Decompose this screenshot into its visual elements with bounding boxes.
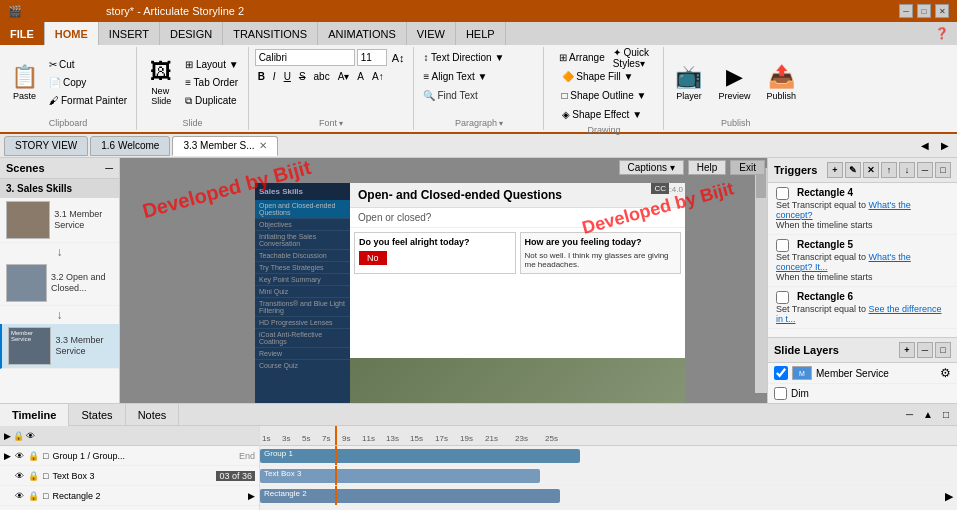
layer-expand[interactable]: □ xyxy=(935,342,951,358)
row-1-expand[interactable]: ▶ xyxy=(4,451,11,461)
timeline-tab-notes[interactable]: Notes xyxy=(126,404,180,426)
underline-button[interactable]: U xyxy=(281,68,294,85)
italic-button[interactable]: I xyxy=(270,68,279,85)
scene-item-3-3[interactable]: Member Service 3.3 Member Service xyxy=(0,324,119,369)
text-case-button[interactable]: abc xyxy=(311,68,333,85)
arrange-button[interactable]: ⊞ Arrange xyxy=(556,49,608,66)
nav-item-5[interactable]: Key Point Summary xyxy=(255,274,350,286)
trigger-add-button[interactable]: + xyxy=(827,162,843,178)
triggers-expand[interactable]: □ xyxy=(935,162,951,178)
nav-item-4[interactable]: Try These Strategies xyxy=(255,262,350,274)
nav-item-11[interactable]: Course Quiz xyxy=(255,360,350,371)
scene-item-3-2[interactable]: 3.2 Open and Closed... xyxy=(0,261,119,306)
tab-nav-next[interactable]: ▶ xyxy=(937,138,953,153)
duplicate-button[interactable]: ⧉ Duplicate xyxy=(182,92,241,109)
trigger-down-button[interactable]: ↓ xyxy=(899,162,915,178)
shape-outline-button[interactable]: □ Shape Outline ▼ xyxy=(559,87,650,104)
help-slide-button[interactable]: Help xyxy=(688,160,727,175)
tab-close-icon[interactable]: ✕ xyxy=(259,140,267,151)
layer-add-button[interactable]: + xyxy=(899,342,915,358)
trigger-checkbox-3[interactable] xyxy=(776,291,789,304)
trigger-delete-button[interactable]: ✕ xyxy=(863,162,879,178)
tab-home[interactable]: HOME xyxy=(45,22,99,45)
layer-checkbox-1[interactable] xyxy=(774,366,788,380)
help-icon[interactable]: ❓ xyxy=(935,22,957,45)
text-direction-button[interactable]: ↕ Text Direction ▼ xyxy=(420,49,507,66)
timeline-tab-timeline[interactable]: Timeline xyxy=(0,404,69,426)
nav-item-6[interactable]: Mini Quiz xyxy=(255,286,350,298)
nav-item-9[interactable]: iCoat Anti-Reflective Coatings xyxy=(255,329,350,348)
shape-fill-button[interactable]: 🔶 Shape Fill ▼ xyxy=(559,68,650,85)
track-ruler: 1s 3s 5s 7s 9s 11s 13s 15s 17s 19s 21s 2… xyxy=(260,426,957,446)
tab-story-view[interactable]: STORY VIEW xyxy=(4,136,88,156)
font-size-up-button[interactable]: A↑ xyxy=(369,68,387,85)
bold-button[interactable]: B xyxy=(255,68,268,85)
publish-button[interactable]: 📤 Publish xyxy=(761,62,801,103)
timeline-tab-states[interactable]: States xyxy=(69,404,125,426)
cut-button[interactable]: ✂ Cut xyxy=(46,56,130,73)
playhead-3 xyxy=(335,486,337,505)
exit-button[interactable]: Exit xyxy=(730,160,765,175)
ribbon-group-slide: 🖼 NewSlide ⊞ Layout ▼ ≡ Tab Order ⧉ Dupl… xyxy=(137,47,248,130)
tab-help[interactable]: HELP xyxy=(456,22,506,45)
trigger-edit-button[interactable]: ✎ xyxy=(845,162,861,178)
trigger-checkbox-2[interactable] xyxy=(776,239,789,252)
format-painter-button[interactable]: 🖌 Format Painter xyxy=(46,92,130,109)
tab-welcome[interactable]: 1.6 Welcome xyxy=(90,136,170,156)
playhead[interactable] xyxy=(335,426,337,445)
nav-item-selected[interactable]: Open and Closed-ended Questions xyxy=(255,200,350,219)
nav-item-1[interactable]: Objectives xyxy=(255,219,350,231)
layout-button[interactable]: ⊞ Layout ▼ xyxy=(182,56,241,73)
tab-insert[interactable]: INSERT xyxy=(99,22,160,45)
quick-styles-button[interactable]: ✦ QuickStyles▾ xyxy=(610,49,652,66)
layer-collapse[interactable]: ─ xyxy=(917,342,933,358)
find-text-button[interactable]: 🔍 Find Text xyxy=(420,87,480,104)
timeline-zoom-out[interactable]: ─ xyxy=(902,408,917,421)
font-name-input[interactable] xyxy=(255,49,355,66)
nav-item-8[interactable]: HD Progressive Lenses xyxy=(255,317,350,329)
tab-animations[interactable]: ANIMATIONS xyxy=(318,22,407,45)
close-button[interactable]: ✕ xyxy=(935,4,949,18)
nav-item-3[interactable]: Teachable Discussion xyxy=(255,250,350,262)
align-text-button[interactable]: ≡ Align Text ▼ xyxy=(420,68,490,85)
layer-tools: + ─ □ xyxy=(899,342,951,358)
font-color-button[interactable]: A▾ xyxy=(335,68,353,85)
font-highlight-button[interactable]: A xyxy=(354,68,367,85)
triggers-collapse[interactable]: ─ xyxy=(917,162,933,178)
tab-member-service[interactable]: 3.3 Member S... ✕ xyxy=(172,136,277,156)
scene-label-3: 3. Sales Skills xyxy=(0,179,119,198)
nav-item-2[interactable]: Initiating the Sales Conversation xyxy=(255,231,350,250)
paste-button[interactable]: 📋 Paste xyxy=(6,62,43,103)
scene-item-3-1[interactable]: 3.1 Member Service xyxy=(0,198,119,243)
dim-checkbox[interactable] xyxy=(774,387,787,400)
strikethrough-button[interactable]: S xyxy=(296,68,309,85)
tab-nav-prev[interactable]: ◀ xyxy=(917,138,933,153)
tab-transitions[interactable]: TRANSITIONS xyxy=(223,22,318,45)
player-button[interactable]: 📺 Player xyxy=(670,62,707,103)
nav-item-7[interactable]: Transitions® and Blue Light Filtering xyxy=(255,298,350,317)
answer-btn-1[interactable]: No xyxy=(359,251,387,265)
layer-gear-button[interactable]: ⚙ xyxy=(940,366,951,380)
tab-view[interactable]: VIEW xyxy=(407,22,456,45)
minimize-button[interactable]: ─ xyxy=(899,4,913,18)
captions-button[interactable]: Captions ▾ xyxy=(619,160,684,175)
track-expand-btn[interactable]: ▶ xyxy=(945,490,953,502)
maximize-button[interactable]: □ xyxy=(917,4,931,18)
clear-format-button[interactable]: A↕ xyxy=(389,49,408,66)
tab-design[interactable]: DESIGN xyxy=(160,22,223,45)
new-slide-button[interactable]: 🖼 NewSlide xyxy=(143,57,179,108)
preview-button[interactable]: ▶ Preview xyxy=(713,62,755,103)
tab-order-button[interactable]: ≡ Tab Order xyxy=(182,74,241,91)
tab-file[interactable]: FILE xyxy=(0,22,45,45)
trigger-checkbox-1[interactable] xyxy=(776,187,789,200)
row-3-expand-btn[interactable]: ▶ xyxy=(248,491,255,501)
font-size-input[interactable] xyxy=(357,49,387,66)
trigger-up-button[interactable]: ↑ xyxy=(881,162,897,178)
shape-effect-button[interactable]: ◈ Shape Effect ▼ xyxy=(559,106,650,123)
nav-item-10[interactable]: Review xyxy=(255,348,350,360)
timeline-expand-btn[interactable]: □ xyxy=(939,408,953,421)
timeline-collapse[interactable]: ▲ xyxy=(919,408,937,421)
copy-button[interactable]: 📄 Copy xyxy=(46,74,130,91)
scenes-collapse-button[interactable]: ─ xyxy=(105,162,113,174)
canvas-scrollbar[interactable] xyxy=(755,168,767,393)
